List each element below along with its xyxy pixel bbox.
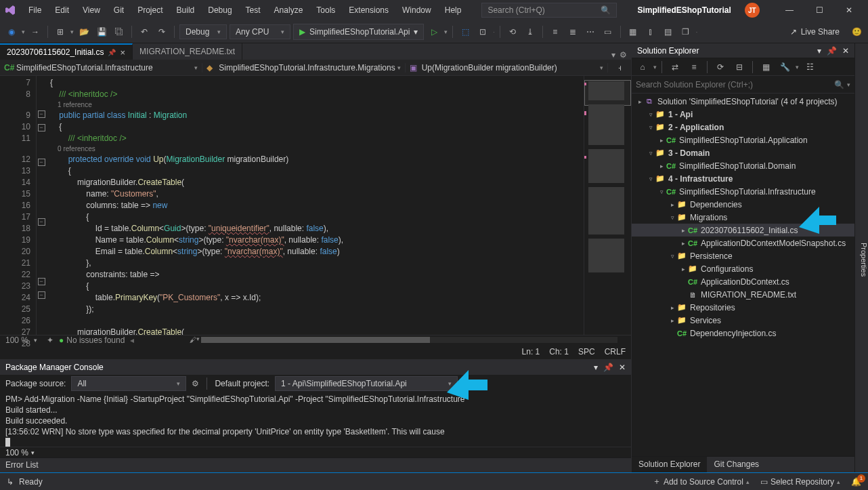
pkg-src-combo[interactable]: All▾ xyxy=(71,376,186,391)
pmc-output[interactable]: PM> Add-Migration -Name {Initial} -Start… xyxy=(0,392,631,447)
browser-link-icon[interactable]: ⟲ xyxy=(505,24,520,39)
def-proj-combo[interactable]: 1 - Api\SimplifiedEShopTutorial.Api▾ xyxy=(275,376,458,391)
tree-node[interactable]: C#ApplicationDbContext.cs xyxy=(632,275,854,288)
gear-icon[interactable]: ⚙ xyxy=(620,50,627,60)
save-all-icon[interactable]: ⿻ xyxy=(112,24,127,39)
tab-overflow-icon[interactable]: ▾ xyxy=(611,50,615,60)
properties-icon[interactable]: 🔧 xyxy=(777,60,793,75)
menu-debug[interactable]: Debug xyxy=(201,3,238,18)
tree-node[interactable]: ▿📁3 - Domain xyxy=(632,146,854,159)
tb-c[interactable]: ⋯ xyxy=(583,24,598,39)
live-share-button[interactable]: ↗Live Share xyxy=(783,27,846,37)
tb-f[interactable]: ⫿ xyxy=(643,24,658,39)
tab-initial-cs[interactable]: 20230706115602_Initial.cs📌× xyxy=(0,43,133,60)
show-all-icon[interactable]: ▦ xyxy=(758,60,774,75)
preview-icon[interactable]: ☷ xyxy=(802,60,818,75)
feedback-icon[interactable]: 🙂 xyxy=(849,24,864,39)
tree-node[interactable]: ▿📁1 - Api xyxy=(632,108,854,121)
issues-indicator[interactable]: ●No issues found xyxy=(59,335,125,345)
indent-mode[interactable]: SPC xyxy=(578,347,595,356)
pmc-action-icon[interactable]: ⤒ xyxy=(473,379,480,388)
close-button[interactable]: ✕ xyxy=(834,0,864,20)
properties-tab[interactable]: Properties xyxy=(854,43,868,472)
minimize-button[interactable]: — xyxy=(775,0,804,20)
notifications-icon[interactable]: 🔔 xyxy=(851,477,861,487)
tree-node[interactable]: ▸⧉Solution 'SimplifiedEShopTutorial' (4 … xyxy=(632,95,854,108)
save-icon[interactable]: 💾 xyxy=(94,24,109,39)
close-icon[interactable]: ✕ xyxy=(842,46,849,56)
start-debug-button[interactable]: ▶SimplifiedEShopTutorial.Api▾ xyxy=(293,24,424,40)
sx-tab-git[interactable]: Git Changes xyxy=(707,457,766,472)
open-file-icon[interactable]: 📂 xyxy=(77,24,91,39)
menu-edit[interactable]: Edit xyxy=(48,3,76,18)
process-icon[interactable]: ⬚ xyxy=(458,24,473,39)
tree-node[interactable]: ▸C#SimplifiedEShopTutorial.Domain xyxy=(632,159,854,172)
start-no-debug-icon[interactable]: ▷ xyxy=(427,24,441,39)
menu-test[interactable]: Test xyxy=(239,3,267,18)
window-options-icon[interactable]: ▾ xyxy=(817,46,821,56)
tree-node[interactable]: ▸C#20230706115602_Initial.cs xyxy=(632,224,854,237)
code-editor[interactable]: 7891011121314151617181920212223242526272… xyxy=(0,76,631,335)
menu-build[interactable]: Build xyxy=(170,3,202,18)
user-avatar[interactable]: JT xyxy=(745,3,760,18)
nav-member[interactable]: ▣Up(MigrationBuilder migrationBuilder)▾ xyxy=(406,63,608,73)
sx-search[interactable]: 🔍▾ xyxy=(632,76,854,94)
nav-fwd-icon[interactable]: → xyxy=(28,24,43,39)
tree-node[interactable]: ▸C#SimplifiedEShopTutorial.Application xyxy=(632,134,854,146)
tb-h[interactable]: ❐ xyxy=(678,24,693,39)
menu-window[interactable]: Window xyxy=(395,3,438,18)
close-icon[interactable]: × xyxy=(120,48,125,57)
tb-b[interactable]: ≣ xyxy=(565,24,580,39)
nav-back-icon[interactable]: ◉ xyxy=(4,24,19,39)
menu-file[interactable]: File xyxy=(22,3,48,18)
undo-icon[interactable]: ↶ xyxy=(137,24,152,39)
tree-node[interactable]: ▸📁Dependencies xyxy=(632,198,854,211)
pending-icon[interactable]: ≡ xyxy=(686,60,702,75)
refresh-icon[interactable]: ⟳ xyxy=(712,60,729,75)
tree-node[interactable]: ▿📁Migrations xyxy=(632,211,854,224)
pin-icon[interactable]: 📌 xyxy=(603,363,613,372)
collapse-icon[interactable]: ⊟ xyxy=(731,60,747,75)
menu-analyze[interactable]: Analyze xyxy=(267,3,310,18)
menu-extensions[interactable]: Extensions xyxy=(342,3,395,18)
menu-view[interactable]: View xyxy=(76,3,107,18)
tree-node[interactable]: ▿C#SimplifiedEShopTutorial.Infrastructur… xyxy=(632,185,854,198)
tb-a[interactable]: ≡ xyxy=(548,24,563,39)
sync-icon[interactable]: ⇄ xyxy=(667,60,683,75)
home-icon[interactable]: ⌂ xyxy=(634,60,651,75)
tab-migration-readme[interactable]: MIGRATION_README.txt xyxy=(133,43,242,60)
tb-d[interactable]: ▭ xyxy=(601,24,615,39)
split-editor-icon[interactable]: ⫞ xyxy=(608,63,631,73)
tree-node[interactable]: ▸📁Configurations xyxy=(632,262,854,275)
tree-node[interactable]: ▿📁2 - Application xyxy=(632,121,854,134)
find-icon[interactable]: ⊡ xyxy=(475,24,490,39)
sx-tab-solution[interactable]: Solution Explorer xyxy=(632,457,707,472)
global-search[interactable]: Search (Ctrl+Q)🔍 xyxy=(481,3,617,18)
pin-icon[interactable]: 📌 xyxy=(827,46,837,56)
tb-g[interactable]: ▤ xyxy=(661,24,676,39)
tree-node[interactable]: ▿📁4 - Infrastructure xyxy=(632,172,854,185)
error-list-tab[interactable]: Error List xyxy=(0,457,631,472)
nav-project[interactable]: C#SimplifiedEShopTutorial.Infrastructure… xyxy=(0,63,202,73)
editor-scrollbar[interactable]: 100 %▾ ✦ ●No issues found ◂ 🖌 ▾ xyxy=(0,335,631,344)
maximize-button[interactable]: ☐ xyxy=(804,0,834,20)
tree-node[interactable]: ▸📁Repositories xyxy=(632,301,854,314)
menu-project[interactable]: Project xyxy=(131,3,169,18)
window-options-icon[interactable]: ▾ xyxy=(594,363,598,372)
menu-help[interactable]: Help xyxy=(438,3,469,18)
minimap[interactable] xyxy=(584,76,631,335)
menu-tools[interactable]: Tools xyxy=(309,3,342,18)
tree-node[interactable]: ▿📁Persistence xyxy=(632,249,854,262)
tree-node[interactable]: ▸C#ApplicationDbContextModelSnapshot.cs xyxy=(632,237,854,249)
step-icon[interactable]: ⤓ xyxy=(523,24,538,39)
gear-icon[interactable]: ⚙ xyxy=(192,379,199,388)
menu-git[interactable]: Git xyxy=(107,3,131,18)
platform-combo[interactable]: Any CPU▾ xyxy=(230,24,290,39)
select-repo-button[interactable]: ▭Select Repository▴ xyxy=(760,477,840,487)
tb-e[interactable]: ▦ xyxy=(626,24,641,39)
tree-node[interactable]: ▸📁Services xyxy=(632,314,854,327)
nav-namespace[interactable]: ◆SimplifiedEShopTutorial.Infrastructure.… xyxy=(202,63,405,73)
new-project-icon[interactable]: ⊞ xyxy=(53,24,68,39)
tree-node[interactable]: C#DependencyInjection.cs xyxy=(632,327,854,340)
redo-icon[interactable]: ↷ xyxy=(154,24,169,39)
